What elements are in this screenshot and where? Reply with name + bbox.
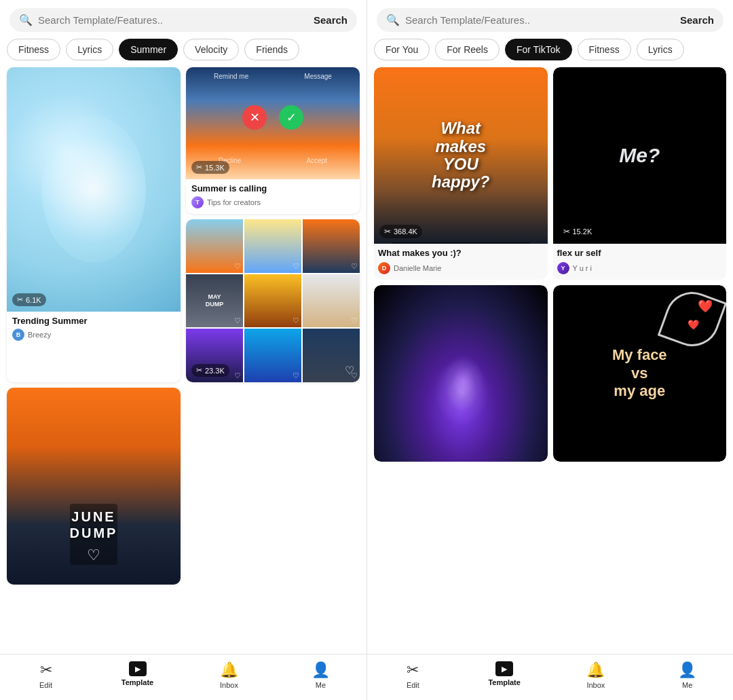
bottom-nav-right: ✂ Edit Template 🔔 Inbox 👤 Me — [367, 654, 733, 700]
nav-template-right[interactable]: Template — [459, 661, 550, 689]
tab-forreels-right[interactable]: For Reels — [435, 39, 500, 60]
search-icon-left: 🔍 — [19, 14, 33, 26]
card-flex-ur-self[interactable]: Me? ✂ 15.2K flex ur self Y Y u r i — [553, 67, 727, 280]
nav-inbox-left[interactable]: 🔔 Inbox — [183, 661, 275, 689]
bell-icon-left: 🔔 — [220, 661, 238, 679]
card-counter-what-makes: ✂ 368.4K — [379, 225, 422, 238]
search-button-right[interactable]: Search — [680, 14, 714, 26]
card-overlay-myface: My facevsmy age — [605, 339, 674, 407]
nav-edit-right[interactable]: ✂ Edit — [367, 661, 459, 689]
card-bokeh[interactable] — [374, 285, 548, 462]
card-author-what-makes: D Danielle Marie — [378, 262, 544, 274]
card-overlay-me: Me? — [612, 137, 666, 174]
search-bar-left[interactable]: 🔍 Search — [10, 8, 357, 32]
search-button-left[interactable]: Search — [314, 14, 347, 26]
tab-fitness-left[interactable]: Fitness — [7, 39, 60, 60]
scissors-icon-left: ✂ — [40, 661, 52, 679]
scissors-icon-right: ✂ — [407, 661, 419, 679]
nav-me-left[interactable]: 👤 Me — [275, 661, 366, 689]
tab-fortiktok-right[interactable]: For TikTok — [505, 39, 572, 60]
bottom-nav-left: ✂ Edit Template 🔔 Inbox 👤 Me — [0, 654, 366, 700]
panel-right: 🔍 Search For You For Reels For TikTok Fi… — [366, 0, 733, 700]
card-trending-summer[interactable]: ✂6.1K Trending Summer B Breezy — [7, 67, 181, 382]
nav-inbox-right[interactable]: 🔔 Inbox — [550, 661, 642, 689]
card-title-what-makes: What makes you :)? — [378, 248, 544, 259]
bell-icon-right: 🔔 — [586, 661, 605, 679]
template-icon-left — [129, 661, 147, 676]
tab-foryou-right[interactable]: For You — [374, 39, 430, 60]
card-overlay-what-makes: WhatmakesYOUhappy? — [425, 113, 496, 198]
card-june-dump[interactable]: JUNEDUMP ♡ — [7, 388, 181, 585]
tab-summer-left[interactable]: Summer — [119, 39, 178, 60]
card-author-flex: Y Y u r i — [557, 262, 723, 274]
tab-lyrics-left[interactable]: Lyrics — [66, 39, 113, 60]
panel-left: 🔍 Search Fitness Lyrics Summer Velocity … — [0, 0, 366, 700]
nav-inbox-label-right: Inbox — [586, 681, 605, 689]
category-tabs-right: For You For Reels For TikTok Fitness Lyr… — [367, 39, 733, 67]
nav-me-right[interactable]: 👤 Me — [641, 661, 733, 689]
card-what-makes-you[interactable]: WhatmakesYOUhappy? ✂ 368.4K What makes y… — [374, 67, 548, 280]
nav-me-label-right: Me — [682, 681, 692, 689]
card-my-face[interactable]: ❤️ ❤️ My facevsmy age — [553, 285, 727, 462]
template-icon-right — [495, 661, 513, 676]
nav-edit-label-right: Edit — [407, 681, 419, 689]
search-input-right[interactable] — [405, 14, 675, 26]
tab-friends-left[interactable]: Friends — [244, 39, 299, 60]
content-right: WhatmakesYOUhappy? ✂ 368.4K What makes y… — [367, 67, 733, 654]
nav-me-label-left: Me — [316, 681, 326, 689]
card-counter-flex: ✂ 15.2K — [559, 225, 597, 238]
nav-template-label-left: Template — [121, 678, 153, 686]
person-icon-left: 👤 — [312, 661, 330, 679]
nav-edit-label-left: Edit — [39, 681, 52, 689]
card-summer-calling[interactable]: Remind me Message ✕ ✓ Decline Accept ✂15… — [186, 67, 360, 214]
category-tabs-left: Fitness Lyrics Summer Velocity Friends — [0, 39, 366, 67]
search-bar-right[interactable]: 🔍 Search — [377, 8, 723, 32]
card-title-flex: flex ur self — [557, 248, 723, 259]
tab-fitness-right[interactable]: Fitness — [578, 39, 631, 60]
nav-template-left[interactable]: Template — [92, 661, 183, 689]
nav-template-label-right: Template — [488, 678, 520, 686]
search-input-left[interactable] — [38, 14, 308, 26]
nav-edit-left[interactable]: ✂ Edit — [0, 661, 92, 689]
author-avatar-flex: Y — [557, 262, 569, 274]
person-icon-right: 👤 — [678, 661, 696, 679]
tab-lyrics-right[interactable]: Lyrics — [637, 39, 684, 60]
tab-velocity-left[interactable]: Velocity — [183, 39, 239, 60]
nav-inbox-label-left: Inbox — [220, 681, 238, 689]
card-may-dump[interactable]: ♡ ♡ ♡ MAYDUMP ♡ ♡ ♡ ♡ ♡ ♡ ✂2 — [186, 219, 360, 382]
author-avatar-what-makes: D — [378, 262, 390, 274]
content-left: ✂6.1K Trending Summer B Breezy Remind me… — [0, 67, 366, 654]
search-icon-right: 🔍 — [386, 14, 400, 26]
